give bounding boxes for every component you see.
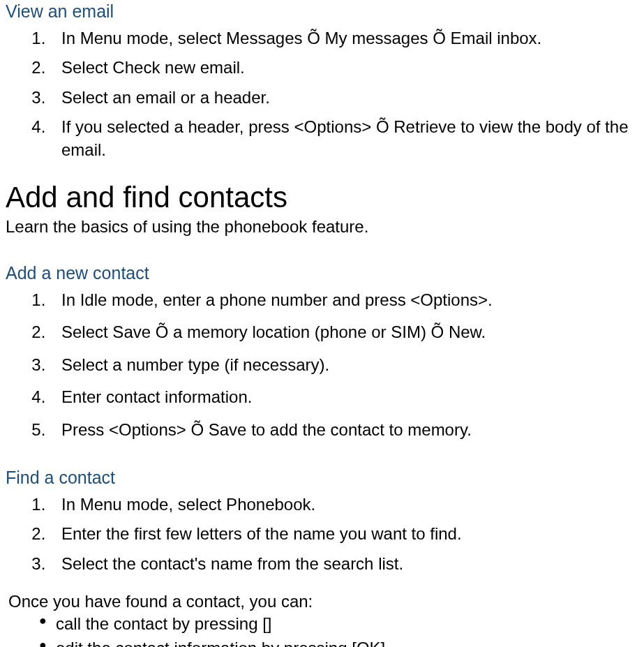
list-item: Select a number type (if necessary). [50,354,638,376]
subheading-add-contact: Add a new contact [6,262,638,283]
steps-add-contact: In Idle mode, enter a phone number and p… [6,289,638,441]
actions-list: call the contact by pressing [] edit the… [6,613,638,647]
steps-view-email: In Menu mode, select Messages Õ My messa… [6,27,638,161]
list-item: Select the contact's name from the searc… [50,553,638,575]
list-item: If you selected a header, press <Options… [50,116,638,161]
list-item: edit the contact information by pressing… [39,637,638,647]
list-item: Select an email or a header. [50,87,638,109]
document-page: View an email In Menu mode, select Messa… [0,0,644,647]
steps-find-contact: In Menu mode, select Phonebook. Enter th… [6,493,638,575]
after-found-text: Once you have found a contact, you can: [8,592,638,611]
heading-contacts: Add and find contacts [6,181,638,214]
list-item: Enter contact information. [50,386,638,408]
list-item: Enter the first few letters of the name … [50,523,638,545]
list-item: In Menu mode, select Phonebook. [50,493,638,516]
subheading-find-contact: Find a contact [6,466,638,488]
subheading-view-email: View an email [6,0,638,22]
list-item: In Idle mode, enter a phone number and p… [50,289,638,311]
intro-contacts: Learn the basics of using the phonebook … [6,217,638,237]
list-item: Select Check new email. [50,57,638,79]
list-item: Select Save Õ a memory location (phone o… [50,321,638,343]
list-item: In Menu mode, select Messages Õ My messa… [50,27,638,50]
list-item: Press <Options> Õ Save to add the contac… [50,419,638,441]
list-item: call the contact by pressing [] [39,613,638,634]
